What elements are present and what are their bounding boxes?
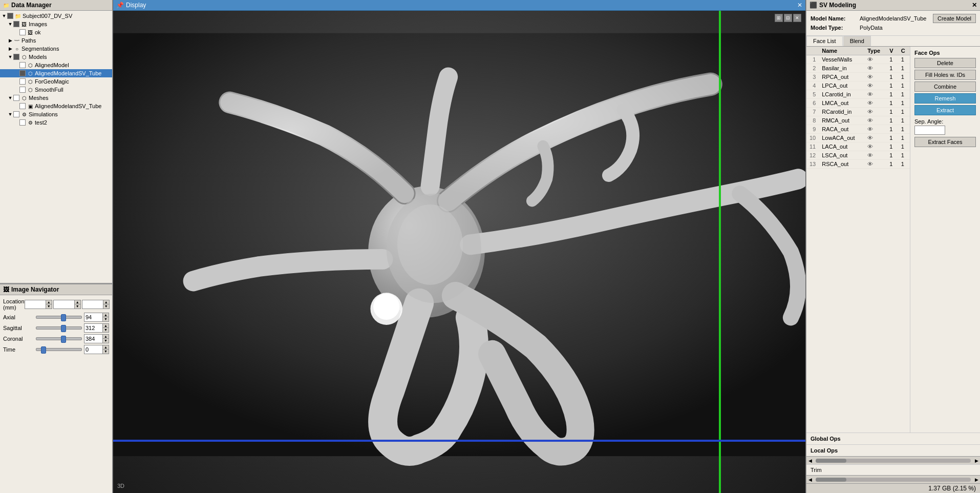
- tree-toggle-segmentations[interactable]: ▶: [7, 46, 13, 52]
- location-x-spinbox[interactable]: 0.00 ▲ ▼: [25, 300, 52, 309]
- tree-item-test2[interactable]: ⚙test2: [0, 118, 112, 127]
- slider-thumb-axial[interactable]: [61, 314, 66, 321]
- table-row[interactable]: 5 LCarotid_in 👁 1 1: [806, 90, 910, 99]
- location-y-up[interactable]: ▲: [74, 300, 80, 304]
- location-y-down[interactable]: ▼: [74, 304, 80, 309]
- slider-value-sagittal[interactable]: ▲ ▼: [84, 323, 109, 333]
- table-row[interactable]: 11 LACA_out 👁 1 1: [806, 142, 910, 151]
- location-z-spinbox[interactable]: -15.78 ▲ ▼: [82, 300, 110, 309]
- location-x-down[interactable]: ▼: [46, 304, 52, 309]
- slider-down-time[interactable]: ▼: [102, 350, 109, 354]
- tree-item-meshes[interactable]: ▼⬡Meshes: [0, 94, 112, 102]
- tree-toggle-paths[interactable]: ▶: [7, 37, 13, 44]
- slider-down-axial[interactable]: ▼: [102, 317, 109, 321]
- slider-up-time[interactable]: ▲: [102, 345, 109, 350]
- slider-value-coronal[interactable]: ▲ ▼: [84, 334, 109, 343]
- bottom-scroll-right[interactable]: ▶: [973, 477, 980, 482]
- slider-input-axial[interactable]: [84, 314, 102, 321]
- tree-item-smoothfull[interactable]: ⬡SmoothFull: [0, 86, 112, 94]
- right-h-scrollbar[interactable]: ◀ ▶: [806, 456, 980, 464]
- face-ops-btn-combine[interactable]: Combine: [914, 81, 976, 92]
- tree-item-forgeomagic[interactable]: ⬡ForGeoMagic: [0, 77, 112, 86]
- location-x-input[interactable]: 0.00: [25, 301, 46, 308]
- tree-cb-meshes[interactable]: [13, 95, 19, 101]
- slider-track-sagittal[interactable]: [36, 326, 82, 330]
- eye-icon[interactable]: 👁: [867, 152, 873, 158]
- face-table-wrapper[interactable]: Name Type V C 1 VesselWalls 👁 1 1 2 Basi…: [806, 47, 910, 433]
- scroll-left-btn[interactable]: ◀: [806, 458, 814, 463]
- bottom-scroll-left[interactable]: ◀: [806, 477, 814, 482]
- tree-item-alignedmesh[interactable]: ▣AlignedModelandSV_Tube: [0, 102, 112, 110]
- bottom-scroll-track[interactable]: [816, 478, 971, 482]
- location-z-up[interactable]: ▲: [103, 300, 109, 304]
- display-close[interactable]: ✕: [793, 14, 801, 22]
- slider-track-time[interactable]: [36, 348, 82, 351]
- slider-thumb-time[interactable]: [41, 346, 46, 354]
- table-row[interactable]: 2 Basilar_in 👁 1 1: [806, 64, 910, 73]
- slider-up-coronal[interactable]: ▲: [102, 335, 109, 339]
- table-row[interactable]: 7 RCarotid_in 👁 1 1: [806, 108, 910, 116]
- sv-modeling-close[interactable]: ✕: [972, 2, 977, 9]
- extract-faces-button[interactable]: Extract Faces: [914, 137, 976, 147]
- tab-blend[interactable]: Blend: [843, 36, 871, 46]
- eye-icon[interactable]: 👁: [867, 83, 873, 89]
- tree-cb-images[interactable]: [13, 21, 19, 27]
- eye-icon[interactable]: 👁: [867, 161, 873, 167]
- display-icon-1[interactable]: ⊞: [775, 14, 783, 22]
- tree-cb-forgeomagic[interactable]: [19, 78, 26, 85]
- tree-container[interactable]: ▼📁Subject007_DV_SV▼🖼Images🖼ok▶〰Paths▶○Se…: [0, 11, 112, 283]
- display-icon-2[interactable]: ⊟: [784, 14, 792, 22]
- eye-icon[interactable]: 👁: [867, 143, 873, 150]
- tree-toggle-simulations[interactable]: ▼: [7, 111, 13, 117]
- bottom-h-scrollbar[interactable]: ◀ ▶: [806, 475, 980, 483]
- eye-icon[interactable]: 👁: [867, 74, 873, 80]
- slider-input-time[interactable]: [84, 346, 102, 353]
- slider-up-sagittal[interactable]: ▲: [102, 324, 109, 328]
- sep-angle-input[interactable]: 45: [914, 126, 945, 135]
- tree-cb-alignedmesh[interactable]: [19, 103, 26, 109]
- face-ops-btn-remesh[interactable]: Remesh: [914, 93, 976, 104]
- tree-toggle-meshes[interactable]: ▼: [7, 95, 13, 101]
- table-row[interactable]: 3 RPCA_out 👁 1 1: [806, 73, 910, 81]
- slider-thumb-sagittal[interactable]: [61, 325, 66, 332]
- tree-toggle-models[interactable]: ▼: [7, 54, 13, 60]
- table-row[interactable]: 10 LowACA_out 👁 1 1: [806, 134, 910, 142]
- display-close-icon[interactable]: ✕: [797, 2, 802, 9]
- eye-icon[interactable]: 👁: [867, 65, 873, 71]
- scroll-track[interactable]: [816, 459, 971, 463]
- face-ops-btn-extract[interactable]: Extract: [914, 105, 976, 115]
- tree-toggle-subject[interactable]: ▼: [1, 13, 7, 19]
- tree-item-alignedmodelsv[interactable]: ⬡AlignedModelandSV_Tube: [0, 69, 112, 77]
- tab-face-list[interactable]: Face List: [806, 36, 843, 46]
- tree-cb-simulations[interactable]: [13, 111, 19, 117]
- table-row[interactable]: 8 RMCA_out 👁 1 1: [806, 116, 910, 125]
- tree-item-models[interactable]: ▼⬡Models: [0, 53, 112, 61]
- eye-icon[interactable]: 👁: [867, 91, 873, 97]
- table-row[interactable]: 6 LMCA_out 👁 1 1: [806, 99, 910, 108]
- slider-input-sagittal[interactable]: [84, 324, 102, 332]
- slider-track-axial[interactable]: [36, 316, 82, 319]
- slider-down-coronal[interactable]: ▼: [102, 339, 109, 343]
- tree-item-paths[interactable]: ▶〰Paths: [0, 36, 112, 45]
- table-row[interactable]: 9 RACA_out 👁 1 1: [806, 125, 910, 134]
- tree-cb-test2[interactable]: [19, 119, 26, 126]
- tree-cb-alignedmodelsv[interactable]: [19, 70, 26, 76]
- tree-cb-ok[interactable]: [19, 29, 26, 35]
- tree-item-simulations[interactable]: ▼⚙Simulations: [0, 110, 112, 118]
- tree-cb-models[interactable]: [13, 54, 19, 60]
- create-model-button[interactable]: Create Model: [933, 14, 976, 23]
- eye-icon[interactable]: 👁: [867, 135, 873, 141]
- slider-down-sagittal[interactable]: ▼: [102, 328, 109, 332]
- tree-item-subject[interactable]: ▼📁Subject007_DV_SV: [0, 12, 112, 20]
- eye-icon[interactable]: 👁: [867, 109, 873, 115]
- slider-track-coronal[interactable]: [36, 337, 82, 340]
- table-row[interactable]: 12 LSCA_out 👁 1 1: [806, 151, 910, 160]
- tree-item-ok[interactable]: 🖼ok: [0, 28, 112, 36]
- slider-value-time[interactable]: ▲ ▼: [84, 345, 109, 354]
- tree-cb-alignedmodel[interactable]: [19, 62, 26, 68]
- face-ops-btn-fill-holes-w.-ids[interactable]: Fill Holes w. IDs: [914, 70, 976, 80]
- face-ops-btn-delete[interactable]: Delete: [914, 58, 976, 68]
- slider-thumb-coronal[interactable]: [61, 336, 66, 343]
- location-y-input[interactable]: 8.70: [54, 301, 74, 308]
- tree-toggle-images[interactable]: ▼: [7, 21, 13, 27]
